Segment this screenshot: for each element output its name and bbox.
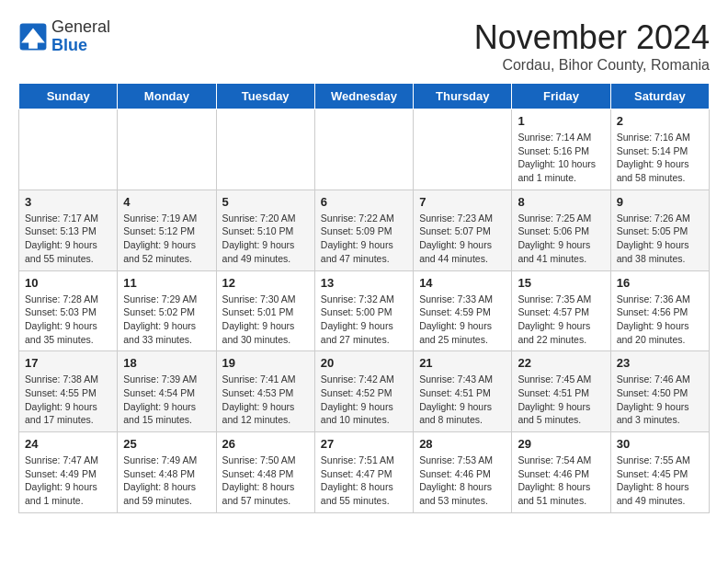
day-number: 13: [321, 276, 407, 290]
calendar-body: 1Sunrise: 7:14 AMSunset: 5:16 PMDaylight…: [19, 109, 710, 513]
calendar-cell: [118, 109, 216, 190]
calendar-cell: 15Sunrise: 7:35 AMSunset: 4:57 PMDayligh…: [512, 270, 610, 351]
calendar-cell: 13Sunrise: 7:32 AMSunset: 5:00 PMDayligh…: [314, 270, 413, 351]
day-info: Sunrise: 7:19 AMSunset: 5:12 PMDaylight:…: [123, 212, 210, 266]
day-info: Sunrise: 7:39 AMSunset: 4:54 PMDaylight:…: [123, 373, 210, 427]
day-info: Sunrise: 7:22 AMSunset: 5:09 PMDaylight:…: [321, 212, 407, 266]
day-info: Sunrise: 7:14 AMSunset: 5:16 PMDaylight:…: [518, 131, 604, 185]
calendar-cell: 19Sunrise: 7:41 AMSunset: 4:53 PMDayligh…: [216, 351, 314, 432]
day-info: Sunrise: 7:36 AMSunset: 4:56 PMDaylight:…: [617, 293, 703, 347]
month-title: November 2024: [474, 18, 710, 57]
calendar-cell: [19, 109, 118, 190]
col-sunday: Sunday: [19, 84, 118, 109]
day-number: 18: [123, 356, 210, 370]
day-info: Sunrise: 7:33 AMSunset: 4:59 PMDaylight:…: [419, 293, 506, 347]
day-info: Sunrise: 7:53 AMSunset: 4:46 PMDaylight:…: [419, 454, 506, 508]
day-number: 22: [518, 356, 604, 370]
calendar-cell: 28Sunrise: 7:53 AMSunset: 4:46 PMDayligh…: [414, 432, 512, 513]
calendar-cell: 30Sunrise: 7:55 AMSunset: 4:45 PMDayligh…: [610, 432, 709, 513]
day-number: 16: [617, 276, 703, 290]
calendar-cell: 18Sunrise: 7:39 AMSunset: 4:54 PMDayligh…: [118, 351, 216, 432]
day-number: 11: [123, 276, 210, 290]
day-number: 29: [518, 437, 604, 451]
day-number: 25: [123, 437, 210, 451]
calendar-cell: 8Sunrise: 7:25 AMSunset: 5:06 PMDaylight…: [512, 190, 610, 270]
calendar-cell: 23Sunrise: 7:46 AMSunset: 4:50 PMDayligh…: [610, 351, 709, 432]
calendar-cell: 20Sunrise: 7:42 AMSunset: 4:52 PMDayligh…: [314, 351, 413, 432]
day-info: Sunrise: 7:25 AMSunset: 5:06 PMDaylight:…: [518, 212, 604, 266]
day-info: Sunrise: 7:46 AMSunset: 4:50 PMDaylight:…: [617, 373, 703, 427]
calendar-cell: 1Sunrise: 7:14 AMSunset: 5:16 PMDaylight…: [512, 109, 610, 190]
calendar-header-row: Sunday Monday Tuesday Wednesday Thursday…: [19, 84, 710, 109]
day-info: Sunrise: 7:28 AMSunset: 5:03 PMDaylight:…: [25, 293, 111, 347]
calendar-table: Sunday Monday Tuesday Wednesday Thursday…: [18, 83, 710, 513]
calendar-cell: 17Sunrise: 7:38 AMSunset: 4:55 PMDayligh…: [19, 351, 118, 432]
day-info: Sunrise: 7:47 AMSunset: 4:49 PMDaylight:…: [25, 454, 111, 508]
calendar-cell: 22Sunrise: 7:45 AMSunset: 4:51 PMDayligh…: [512, 351, 610, 432]
day-info: Sunrise: 7:17 AMSunset: 5:13 PMDaylight:…: [25, 212, 111, 266]
day-info: Sunrise: 7:20 AMSunset: 5:10 PMDaylight:…: [222, 212, 309, 266]
calendar-cell: 24Sunrise: 7:47 AMSunset: 4:49 PMDayligh…: [19, 432, 118, 513]
logo-general-text: General: [51, 17, 110, 36]
calendar-cell: [414, 109, 512, 190]
day-number: 8: [518, 195, 604, 209]
calendar-cell: 29Sunrise: 7:54 AMSunset: 4:46 PMDayligh…: [512, 432, 610, 513]
day-number: 6: [321, 195, 407, 209]
location-subtitle: Cordau, Bihor County, Romania: [474, 57, 710, 74]
day-number: 20: [321, 356, 407, 370]
logo: General Blue: [18, 18, 110, 55]
day-info: Sunrise: 7:49 AMSunset: 4:48 PMDaylight:…: [123, 454, 210, 508]
day-number: 21: [419, 356, 506, 370]
day-info: Sunrise: 7:55 AMSunset: 4:45 PMDaylight:…: [617, 454, 703, 508]
calendar-week-4: 17Sunrise: 7:38 AMSunset: 4:55 PMDayligh…: [19, 351, 710, 432]
col-tuesday: Tuesday: [216, 84, 314, 109]
day-info: Sunrise: 7:42 AMSunset: 4:52 PMDaylight:…: [321, 373, 407, 427]
header: General Blue November 2024 Cordau, Bihor…: [18, 18, 710, 74]
day-number: 28: [419, 437, 506, 451]
calendar-week-5: 24Sunrise: 7:47 AMSunset: 4:49 PMDayligh…: [19, 432, 710, 513]
calendar-cell: 10Sunrise: 7:28 AMSunset: 5:03 PMDayligh…: [19, 270, 118, 351]
day-number: 30: [617, 437, 703, 451]
calendar-cell: 2Sunrise: 7:16 AMSunset: 5:14 PMDaylight…: [610, 109, 709, 190]
col-wednesday: Wednesday: [314, 84, 413, 109]
day-number: 26: [222, 437, 309, 451]
calendar-cell: 12Sunrise: 7:30 AMSunset: 5:01 PMDayligh…: [216, 270, 314, 351]
calendar-cell: 4Sunrise: 7:19 AMSunset: 5:12 PMDaylight…: [118, 190, 216, 270]
calendar-week-3: 10Sunrise: 7:28 AMSunset: 5:03 PMDayligh…: [19, 270, 710, 351]
day-number: 7: [419, 195, 506, 209]
day-info: Sunrise: 7:45 AMSunset: 4:51 PMDaylight:…: [518, 373, 604, 427]
day-info: Sunrise: 7:35 AMSunset: 4:57 PMDaylight:…: [518, 293, 604, 347]
title-block: November 2024 Cordau, Bihor County, Roma…: [474, 18, 710, 74]
calendar-cell: 26Sunrise: 7:50 AMSunset: 4:48 PMDayligh…: [216, 432, 314, 513]
day-number: 12: [222, 276, 309, 290]
calendar-cell: 6Sunrise: 7:22 AMSunset: 5:09 PMDaylight…: [314, 190, 413, 270]
calendar-cell: [314, 109, 413, 190]
day-number: 9: [617, 195, 703, 209]
day-number: 24: [25, 437, 111, 451]
day-number: 14: [419, 276, 506, 290]
logo-blue-text: Blue: [51, 36, 87, 54]
calendar-cell: 9Sunrise: 7:26 AMSunset: 5:05 PMDaylight…: [610, 190, 709, 270]
day-info: Sunrise: 7:51 AMSunset: 4:47 PMDaylight:…: [321, 454, 407, 508]
day-info: Sunrise: 7:54 AMSunset: 4:46 PMDaylight:…: [518, 454, 604, 508]
col-thursday: Thursday: [414, 84, 512, 109]
day-number: 1: [518, 114, 604, 128]
calendar-cell: 27Sunrise: 7:51 AMSunset: 4:47 PMDayligh…: [314, 432, 413, 513]
day-number: 19: [222, 356, 309, 370]
calendar-cell: 3Sunrise: 7:17 AMSunset: 5:13 PMDaylight…: [19, 190, 118, 270]
calendar-cell: 7Sunrise: 7:23 AMSunset: 5:07 PMDaylight…: [414, 190, 512, 270]
calendar-week-2: 3Sunrise: 7:17 AMSunset: 5:13 PMDaylight…: [19, 190, 710, 270]
day-number: 15: [518, 276, 604, 290]
day-number: 4: [123, 195, 210, 209]
day-info: Sunrise: 7:41 AMSunset: 4:53 PMDaylight:…: [222, 373, 309, 427]
day-info: Sunrise: 7:30 AMSunset: 5:01 PMDaylight:…: [222, 293, 309, 347]
calendar-cell: 11Sunrise: 7:29 AMSunset: 5:02 PMDayligh…: [118, 270, 216, 351]
col-monday: Monday: [118, 84, 216, 109]
col-friday: Friday: [512, 84, 610, 109]
day-number: 27: [321, 437, 407, 451]
calendar-cell: 14Sunrise: 7:33 AMSunset: 4:59 PMDayligh…: [414, 270, 512, 351]
day-info: Sunrise: 7:23 AMSunset: 5:07 PMDaylight:…: [419, 212, 506, 266]
calendar-cell: 21Sunrise: 7:43 AMSunset: 4:51 PMDayligh…: [414, 351, 512, 432]
day-number: 3: [25, 195, 111, 209]
day-info: Sunrise: 7:29 AMSunset: 5:02 PMDaylight:…: [123, 293, 210, 347]
